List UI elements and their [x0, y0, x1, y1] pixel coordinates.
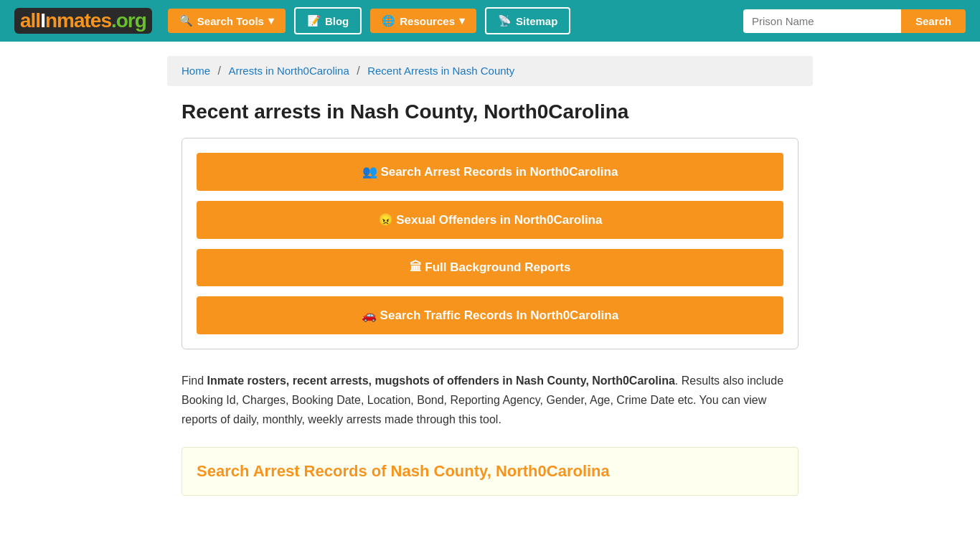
blog-label: Blog: [325, 15, 349, 27]
search-tools-label: Search Tools: [197, 15, 264, 27]
search-section: Search Arrest Records of Nash County, No…: [182, 447, 798, 496]
site-header: allInmates.org Search Tools ▾ Blog Resou…: [0, 0, 980, 42]
bg-icon: [410, 260, 425, 274]
resources-icon: [382, 14, 395, 27]
resources-label: Resources: [400, 15, 455, 27]
main-content: Recent arrests in Nash County, North0Car…: [167, 100, 813, 524]
nav-blog[interactable]: Blog: [294, 7, 362, 34]
page-title: Recent arrests in Nash County, North0Car…: [182, 100, 798, 123]
sex-offenders-button[interactable]: Sexual Offenders in North0Carolina: [197, 201, 783, 239]
car-icon: [362, 309, 380, 322]
nav-resources[interactable]: Resources ▾: [370, 9, 476, 33]
description-bold: Inmate rosters, recent arrests, mugshots…: [207, 375, 675, 387]
prison-search-bar: Search: [743, 9, 966, 33]
breadcrumb-home[interactable]: Home: [182, 65, 210, 77]
prison-search-label: Search: [915, 15, 951, 27]
users-icon: [362, 165, 381, 179]
breadcrumb-current: Recent Arrests in Nash County: [367, 65, 514, 77]
prison-search-button[interactable]: Search: [901, 9, 966, 33]
search-tools-icon: [179, 14, 193, 27]
sitemap-icon: [498, 14, 512, 27]
arrest-records-button[interactable]: Search Arrest Records in North0Carolina: [197, 153, 783, 191]
background-reports-label: Full Background Reports: [425, 260, 570, 274]
resources-dropdown-icon: ▾: [459, 14, 465, 27]
blog-icon: [307, 14, 321, 27]
prison-name-input[interactable]: [743, 9, 901, 33]
breadcrumb-sep-2: /: [357, 65, 359, 77]
sex-offenders-label: Sexual Offenders in North0Carolina: [396, 213, 602, 227]
nav-sitemap[interactable]: Sitemap: [485, 7, 570, 34]
arrest-records-label: Search Arrest Records in North0Carolina: [380, 165, 618, 179]
logo-text: allInmates.org: [14, 8, 152, 34]
search-tools-dropdown-icon: ▾: [268, 14, 274, 27]
search-section-title: Search Arrest Records of Nash County, No…: [197, 462, 783, 481]
sitemap-label: Sitemap: [516, 15, 557, 27]
traffic-records-button[interactable]: Search Traffic Records In North0Carolina: [197, 296, 783, 334]
breadcrumb: Home / Arrests in North0Carolina / Recen…: [167, 56, 813, 86]
offender-icon: [378, 213, 397, 227]
description-text: Find Inmate rosters, recent arrests, mug…: [182, 371, 798, 430]
description-intro: Find: [182, 375, 207, 387]
nav-search-tools[interactable]: Search Tools ▾: [168, 9, 286, 33]
site-logo[interactable]: allInmates.org: [14, 8, 152, 34]
background-reports-button[interactable]: Full Background Reports: [197, 249, 783, 286]
breadcrumb-nc[interactable]: Arrests in North0Carolina: [228, 65, 349, 77]
traffic-records-label: Search Traffic Records In North0Carolina: [380, 309, 619, 322]
action-buttons-card: Search Arrest Records in North0Carolina …: [182, 138, 798, 349]
breadcrumb-sep-1: /: [217, 65, 220, 77]
